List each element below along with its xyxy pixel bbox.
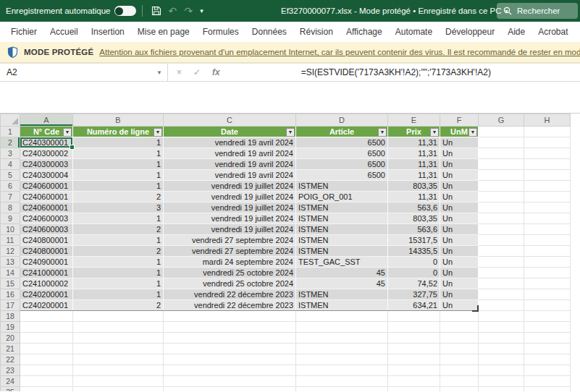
cell[interactable] bbox=[388, 333, 440, 344]
cell-A10[interactable]: C240600003 bbox=[20, 224, 73, 235]
cell[interactable] bbox=[479, 376, 524, 387]
cell-E3[interactable]: 11,31 bbox=[388, 148, 440, 159]
cell-C9[interactable]: vendredi 19 juillet 2024 bbox=[164, 213, 296, 224]
cell[interactable] bbox=[388, 387, 440, 392]
row-header-11[interactable]: 11 bbox=[1, 235, 20, 246]
cell[interactable] bbox=[296, 322, 388, 333]
cell-E12[interactable]: 14335,5 bbox=[388, 246, 440, 257]
cell-D13[interactable]: TEST_GAC_SST bbox=[296, 257, 388, 268]
cell-A8[interactable]: C240600001 bbox=[20, 203, 73, 213]
cell-E10[interactable]: 563,6 bbox=[388, 224, 440, 235]
name-box-caret-icon[interactable]: ▼ bbox=[156, 69, 162, 76]
cell[interactable] bbox=[164, 333, 296, 344]
column-header-C[interactable]: C bbox=[164, 114, 296, 127]
protected-view-banner[interactable]: MODE PROTÉGÉ Attention aux fichiers prov… bbox=[0, 42, 580, 63]
row-header-16[interactable]: 16 bbox=[1, 289, 20, 300]
column-header-E[interactable]: E bbox=[388, 114, 440, 127]
cell-B17[interactable]: 2 bbox=[73, 300, 164, 311]
cell-D4[interactable]: 6500 bbox=[296, 159, 388, 170]
cell-E13[interactable]: 0 bbox=[388, 257, 440, 268]
ribbon-tab-données[interactable]: Données bbox=[245, 22, 293, 42]
row-header-12[interactable]: 12 bbox=[1, 246, 20, 257]
filter-button[interactable]: ▼ bbox=[286, 128, 295, 137]
ribbon-tab-affichage[interactable]: Affichage bbox=[340, 22, 389, 42]
row-header-3[interactable]: 3 bbox=[1, 148, 20, 159]
row-header-10[interactable]: 10 bbox=[1, 224, 20, 235]
cell[interactable] bbox=[164, 365, 296, 376]
cell[interactable] bbox=[524, 127, 571, 137]
cell[interactable] bbox=[388, 354, 440, 365]
cell[interactable] bbox=[479, 246, 524, 257]
cell-D8[interactable]: ISTMEN bbox=[296, 203, 388, 213]
cell-D14[interactable]: 45 bbox=[296, 268, 388, 278]
cell-F16[interactable]: Un bbox=[440, 289, 479, 300]
row-header-22[interactable]: 22 bbox=[1, 354, 20, 365]
select-all-corner[interactable] bbox=[1, 114, 20, 127]
cell[interactable] bbox=[20, 354, 73, 365]
table-header-B[interactable]: Numéro de ligne▼ bbox=[73, 127, 164, 137]
cell[interactable] bbox=[296, 354, 388, 365]
cell-F4[interactable]: Un bbox=[440, 159, 479, 170]
cell[interactable] bbox=[164, 354, 296, 365]
cell[interactable] bbox=[479, 224, 524, 235]
autosave-control[interactable]: Enregistrement automatique bbox=[6, 6, 136, 16]
cell-B4[interactable]: 1 bbox=[73, 159, 164, 170]
cell-A7[interactable]: C240600001 bbox=[20, 192, 73, 203]
cell-E6[interactable]: 803,35 bbox=[388, 181, 440, 192]
cell[interactable] bbox=[479, 300, 524, 311]
cell-E17[interactable]: 634,21 bbox=[388, 300, 440, 311]
formula-input[interactable]: =SI(ESTVIDE('7173A3KH'!A2);"";'7173A3KH'… bbox=[229, 64, 580, 81]
cell-F5[interactable]: Un bbox=[440, 170, 479, 181]
cell[interactable] bbox=[73, 311, 164, 322]
cell[interactable] bbox=[479, 148, 524, 159]
cell[interactable] bbox=[440, 311, 479, 322]
cell[interactable] bbox=[524, 278, 571, 289]
row-header-15[interactable]: 15 bbox=[1, 278, 20, 289]
cell[interactable] bbox=[20, 333, 73, 344]
table-header-D[interactable]: Article▼ bbox=[296, 127, 388, 137]
cell[interactable] bbox=[524, 148, 571, 159]
cell[interactable] bbox=[524, 300, 571, 311]
ribbon-tab-aide[interactable]: Aide bbox=[501, 22, 531, 42]
enter-icon[interactable]: ✓ bbox=[193, 67, 201, 77]
column-header-D[interactable]: D bbox=[296, 114, 388, 127]
cell[interactable] bbox=[73, 354, 164, 365]
filter-button[interactable]: ▼ bbox=[430, 128, 439, 137]
cell[interactable] bbox=[524, 311, 571, 322]
cell[interactable] bbox=[164, 322, 296, 333]
cell[interactable] bbox=[479, 387, 524, 392]
cell[interactable] bbox=[20, 365, 73, 376]
cell[interactable] bbox=[524, 354, 571, 365]
cell[interactable] bbox=[479, 365, 524, 376]
cell-E9[interactable]: 803,35 bbox=[388, 213, 440, 224]
cell-B5[interactable]: 1 bbox=[73, 170, 164, 181]
cell-C6[interactable]: vendredi 19 juillet 2024 bbox=[164, 181, 296, 192]
row-header-2[interactable]: 2 bbox=[1, 137, 20, 148]
ribbon-tab-fichier[interactable]: Fichier bbox=[4, 22, 43, 42]
cell-F17[interactable]: Un bbox=[440, 300, 479, 311]
cell-C13[interactable]: mardi 24 septembre 2024 bbox=[164, 257, 296, 268]
cell-B2[interactable]: 1 bbox=[73, 137, 164, 148]
cell-A14[interactable]: C241000001 bbox=[20, 268, 73, 278]
cell-A9[interactable]: C240600003 bbox=[20, 213, 73, 224]
table-header-C[interactable]: Date▼ bbox=[164, 127, 296, 137]
cell-A12[interactable]: C240800001 bbox=[20, 246, 73, 257]
table-header-E[interactable]: Prix▼ bbox=[388, 127, 440, 137]
cell-A4[interactable]: C240300003 bbox=[20, 159, 73, 170]
cell[interactable] bbox=[440, 322, 479, 333]
cell-A6[interactable]: C240600001 bbox=[20, 181, 73, 192]
cell[interactable] bbox=[20, 311, 73, 322]
cell[interactable] bbox=[73, 322, 164, 333]
cell[interactable] bbox=[73, 333, 164, 344]
cell[interactable] bbox=[296, 311, 388, 322]
cell[interactable] bbox=[479, 137, 524, 148]
row-header-20[interactable]: 20 bbox=[1, 333, 20, 344]
cell-E4[interactable]: 11,31 bbox=[388, 159, 440, 170]
table-header-F[interactable]: UnM▼ bbox=[440, 127, 479, 137]
cell[interactable] bbox=[479, 127, 524, 137]
cell-F6[interactable]: Un bbox=[440, 181, 479, 192]
row-header-19[interactable]: 19 bbox=[1, 322, 20, 333]
cell-C12[interactable]: vendredi 27 septembre 2024 bbox=[164, 246, 296, 257]
cell-F12[interactable]: Un bbox=[440, 246, 479, 257]
filter-button[interactable]: ▼ bbox=[378, 128, 387, 137]
